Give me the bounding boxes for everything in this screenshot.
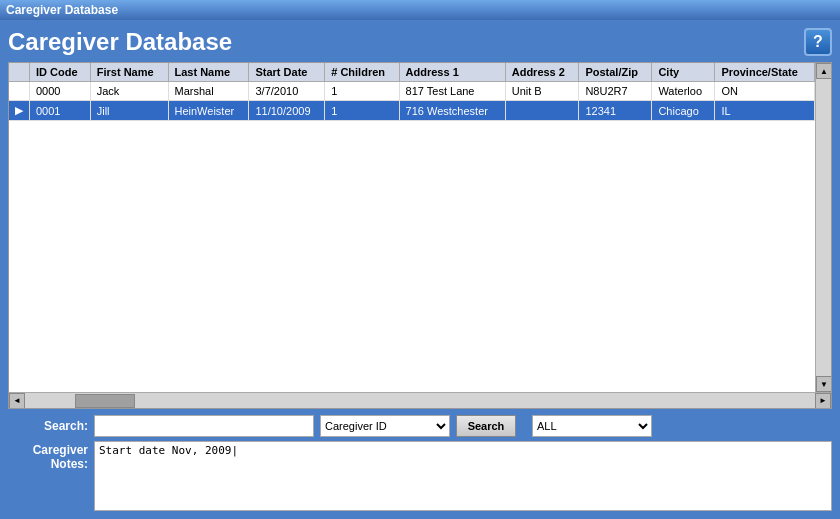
data-table: ID Code First Name Last Name Start Date … xyxy=(9,63,815,121)
cell-row1-col8: 12341 xyxy=(579,101,652,121)
cell-row1-col7 xyxy=(505,101,579,121)
cell-row0-col4: 3/7/2010 xyxy=(249,82,325,101)
col-start-date: Start Date xyxy=(249,63,325,82)
notes-label: Caregiver Notes: xyxy=(8,443,88,471)
scroll-right-arrow[interactable]: ► xyxy=(815,393,831,409)
cell-row0-col10: ON xyxy=(715,82,815,101)
cell-row0-col5: 1 xyxy=(325,82,399,101)
search-input[interactable] xyxy=(94,415,314,437)
cell-row1-col9: Chicago xyxy=(652,101,715,121)
cell-row0-col2: Jack xyxy=(90,82,168,101)
cell-row0-col7: Unit B xyxy=(505,82,579,101)
search-type-select[interactable]: Caregiver ID First Name Last Name Phone xyxy=(320,415,450,437)
h-scroll-thumb[interactable] xyxy=(75,394,135,408)
cell-row0-col9: Waterloo xyxy=(652,82,715,101)
col-address1: Address 1 xyxy=(399,63,505,82)
grid-body: 0000JackMarshal3/7/20101817 Test LaneUni… xyxy=(9,82,815,121)
app-title: Caregiver Database xyxy=(8,28,232,56)
cell-row1-col10: IL xyxy=(715,101,815,121)
col-indicator xyxy=(9,63,30,82)
grid-container: ID Code First Name Last Name Start Date … xyxy=(8,62,832,409)
table-scroll-area[interactable]: ID Code First Name Last Name Start Date … xyxy=(9,63,815,392)
col-address2: Address 2 xyxy=(505,63,579,82)
cell-row1-col5: 1 xyxy=(325,101,399,121)
title-bar-text: Caregiver Database xyxy=(6,3,118,17)
table-row[interactable]: ▶0001JillHeinWeister11/10/20091716 Westc… xyxy=(9,101,815,121)
col-city: City xyxy=(652,63,715,82)
cell-row0-col6: 817 Test Lane xyxy=(399,82,505,101)
grid-inner: ID Code First Name Last Name Start Date … xyxy=(9,63,831,392)
notes-row: Caregiver Notes: Start date Nov, 2009| xyxy=(8,441,832,511)
cell-row1-col4: 11/10/2009 xyxy=(249,101,325,121)
cell-row1-col0: ▶ xyxy=(9,101,30,121)
col-last-name: Last Name xyxy=(168,63,249,82)
col-province: Province/State xyxy=(715,63,815,82)
cell-row1-col1: 0001 xyxy=(30,101,91,121)
header-area: Caregiver Database ? xyxy=(8,28,832,56)
table-header-row: ID Code First Name Last Name Start Date … xyxy=(9,63,815,82)
cell-row0-col8: N8U2R7 xyxy=(579,82,652,101)
filter-select[interactable]: ALL Active Inactive xyxy=(532,415,652,437)
vertical-scrollbar[interactable]: ▲ ▼ xyxy=(815,63,831,392)
notes-textarea[interactable]: Start date Nov, 2009| xyxy=(94,441,832,511)
col-children: # Children xyxy=(325,63,399,82)
table-row[interactable]: 0000JackMarshal3/7/20101817 Test LaneUni… xyxy=(9,82,815,101)
cell-row0-col0 xyxy=(9,82,30,101)
h-scroll-track xyxy=(25,393,815,409)
scroll-left-arrow[interactable]: ◄ xyxy=(9,393,25,409)
bottom-panel: Search: Caregiver ID First Name Last Nam… xyxy=(8,415,832,511)
title-bar: Caregiver Database xyxy=(0,0,840,20)
cell-row1-col3: HeinWeister xyxy=(168,101,249,121)
scroll-track xyxy=(816,79,831,376)
col-first-name: First Name xyxy=(90,63,168,82)
cell-row1-col2: Jill xyxy=(90,101,168,121)
search-label: Search: xyxy=(8,419,88,433)
cell-row0-col3: Marshal xyxy=(168,82,249,101)
col-postal: Postal/Zip xyxy=(579,63,652,82)
scroll-down-arrow[interactable]: ▼ xyxy=(816,376,831,392)
main-window: Caregiver Database ? ID Code First Name … xyxy=(0,20,840,519)
search-button[interactable]: Search xyxy=(456,415,516,437)
horizontal-scrollbar[interactable]: ◄ ► xyxy=(9,392,831,408)
col-id-code: ID Code xyxy=(30,63,91,82)
cell-row0-col1: 0000 xyxy=(30,82,91,101)
scroll-up-arrow[interactable]: ▲ xyxy=(816,63,831,79)
help-button[interactable]: ? xyxy=(804,28,832,56)
search-row: Search: Caregiver ID First Name Last Nam… xyxy=(8,415,832,437)
cell-row1-col6: 716 Westchester xyxy=(399,101,505,121)
